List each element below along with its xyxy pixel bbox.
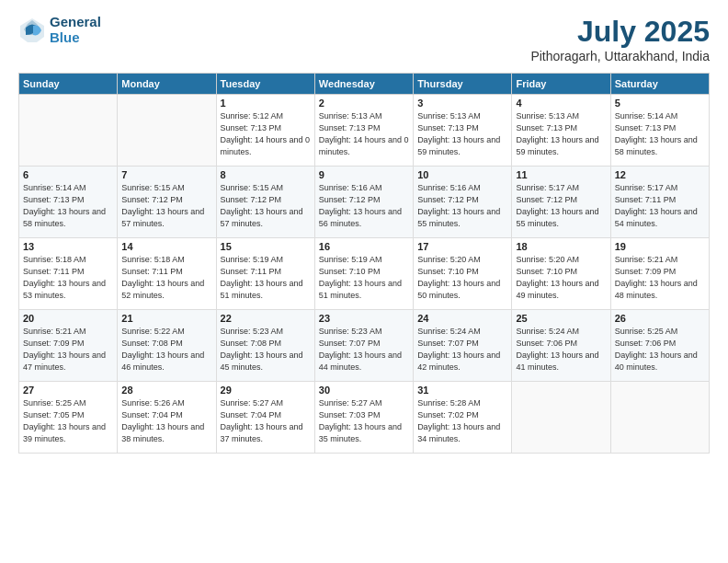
day-detail: Sunrise: 5:12 AMSunset: 7:13 PMDaylight:… [221, 110, 311, 158]
weekday-header-sunday: Sunday [19, 74, 118, 95]
day-detail: Sunrise: 5:24 AMSunset: 7:06 PMDaylight:… [516, 326, 606, 373]
calendar-cell: 3Sunrise: 5:13 AMSunset: 7:13 PMDaylight… [414, 95, 512, 167]
day-number: 11 [516, 169, 606, 180]
location-subtitle: Pithoragarh, Uttarakhand, India [530, 49, 710, 63]
calendar-cell: 28Sunrise: 5:26 AMSunset: 7:04 PMDayligh… [118, 382, 216, 454]
day-number: 26 [615, 313, 705, 324]
month-title: July 2025 [530, 15, 710, 49]
day-number: 19 [615, 241, 705, 252]
calendar-cell: 4Sunrise: 5:13 AMSunset: 7:13 PMDaylight… [512, 95, 610, 167]
day-detail: Sunrise: 5:27 AMSunset: 7:03 PMDaylight:… [319, 397, 409, 445]
day-detail: Sunrise: 5:23 AMSunset: 7:08 PMDaylight:… [221, 326, 311, 373]
day-number: 20 [23, 313, 113, 324]
day-detail: Sunrise: 5:28 AMSunset: 7:02 PMDaylight:… [417, 397, 507, 445]
weekday-header-saturday: Saturday [610, 74, 709, 95]
calendar-cell: 21Sunrise: 5:22 AMSunset: 7:08 PMDayligh… [118, 310, 216, 382]
calendar-cell: 19Sunrise: 5:21 AMSunset: 7:09 PMDayligh… [610, 238, 709, 310]
day-number: 18 [516, 241, 606, 252]
calendar-cell: 1Sunrise: 5:12 AMSunset: 7:13 PMDaylight… [216, 95, 314, 167]
day-detail: Sunrise: 5:25 AMSunset: 7:06 PMDaylight:… [615, 326, 705, 373]
calendar-cell: 13Sunrise: 5:18 AMSunset: 7:11 PMDayligh… [19, 238, 118, 310]
day-detail: Sunrise: 5:25 AMSunset: 7:05 PMDaylight:… [23, 397, 113, 445]
day-detail: Sunrise: 5:27 AMSunset: 7:04 PMDaylight:… [221, 397, 311, 445]
day-number: 13 [23, 241, 113, 252]
day-number: 24 [417, 313, 507, 324]
weekday-header-friday: Friday [512, 74, 610, 95]
page: General Blue July 2025 Pithoragarh, Utta… [0, 0, 728, 563]
day-number: 22 [221, 313, 311, 324]
calendar-cell: 10Sunrise: 5:16 AMSunset: 7:12 PMDayligh… [414, 167, 512, 238]
day-number: 12 [615, 169, 705, 180]
calendar-cell: 9Sunrise: 5:16 AMSunset: 7:12 PMDaylight… [314, 167, 413, 238]
calendar-cell: 20Sunrise: 5:21 AMSunset: 7:09 PMDayligh… [19, 310, 118, 382]
weekday-header-wednesday: Wednesday [314, 74, 413, 95]
calendar-cell: 25Sunrise: 5:24 AMSunset: 7:06 PMDayligh… [512, 310, 610, 382]
day-detail: Sunrise: 5:19 AMSunset: 7:11 PMDaylight:… [221, 254, 311, 302]
logo-text: General Blue [50, 15, 101, 45]
calendar-cell [118, 95, 216, 167]
weekday-header-tuesday: Tuesday [216, 74, 314, 95]
weekday-header-monday: Monday [118, 74, 216, 95]
logo: General Blue [18, 15, 101, 45]
day-number: 25 [516, 313, 606, 324]
calendar-cell: 2Sunrise: 5:13 AMSunset: 7:13 PMDaylight… [314, 95, 413, 167]
day-number: 2 [319, 98, 409, 109]
calendar-cell: 12Sunrise: 5:17 AMSunset: 7:11 PMDayligh… [610, 167, 709, 238]
day-number: 17 [417, 241, 507, 252]
week-row-3: 13Sunrise: 5:18 AMSunset: 7:11 PMDayligh… [19, 238, 710, 310]
day-number: 7 [121, 169, 211, 180]
day-detail: Sunrise: 5:13 AMSunset: 7:13 PMDaylight:… [319, 110, 409, 158]
calendar-cell: 14Sunrise: 5:18 AMSunset: 7:11 PMDayligh… [118, 238, 216, 310]
day-detail: Sunrise: 5:14 AMSunset: 7:13 PMDaylight:… [23, 182, 113, 230]
calendar-cell: 8Sunrise: 5:15 AMSunset: 7:12 PMDaylight… [216, 167, 314, 238]
day-number: 14 [121, 241, 211, 252]
calendar-cell [512, 382, 610, 454]
day-number: 27 [23, 385, 113, 396]
day-detail: Sunrise: 5:18 AMSunset: 7:11 PMDaylight:… [23, 254, 113, 302]
calendar-cell: 18Sunrise: 5:20 AMSunset: 7:10 PMDayligh… [512, 238, 610, 310]
day-detail: Sunrise: 5:15 AMSunset: 7:12 PMDaylight:… [221, 182, 311, 230]
calendar-cell: 26Sunrise: 5:25 AMSunset: 7:06 PMDayligh… [610, 310, 709, 382]
calendar-cell [19, 95, 118, 167]
calendar-cell: 31Sunrise: 5:28 AMSunset: 7:02 PMDayligh… [414, 382, 512, 454]
day-number: 9 [319, 169, 409, 180]
day-number: 21 [121, 313, 211, 324]
day-detail: Sunrise: 5:21 AMSunset: 7:09 PMDaylight:… [23, 326, 113, 373]
calendar-cell: 27Sunrise: 5:25 AMSunset: 7:05 PMDayligh… [19, 382, 118, 454]
day-number: 4 [516, 98, 606, 109]
calendar-cell: 5Sunrise: 5:14 AMSunset: 7:13 PMDaylight… [610, 95, 709, 167]
day-number: 31 [417, 385, 507, 396]
day-number: 8 [221, 169, 311, 180]
day-detail: Sunrise: 5:17 AMSunset: 7:11 PMDaylight:… [615, 182, 705, 230]
day-number: 29 [221, 385, 311, 396]
day-detail: Sunrise: 5:13 AMSunset: 7:13 PMDaylight:… [417, 110, 507, 158]
week-row-1: 1Sunrise: 5:12 AMSunset: 7:13 PMDaylight… [19, 95, 710, 167]
day-detail: Sunrise: 5:19 AMSunset: 7:10 PMDaylight:… [319, 254, 409, 302]
day-detail: Sunrise: 5:23 AMSunset: 7:07 PMDaylight:… [319, 326, 409, 373]
day-number: 10 [417, 169, 507, 180]
weekday-header-row: SundayMondayTuesdayWednesdayThursdayFrid… [19, 74, 710, 95]
header: General Blue July 2025 Pithoragarh, Utta… [18, 15, 710, 63]
calendar-cell: 29Sunrise: 5:27 AMSunset: 7:04 PMDayligh… [216, 382, 314, 454]
day-detail: Sunrise: 5:22 AMSunset: 7:08 PMDaylight:… [121, 326, 211, 373]
day-number: 28 [121, 385, 211, 396]
day-detail: Sunrise: 5:26 AMSunset: 7:04 PMDaylight:… [121, 397, 211, 445]
day-number: 15 [221, 241, 311, 252]
day-detail: Sunrise: 5:24 AMSunset: 7:07 PMDaylight:… [417, 326, 507, 373]
day-detail: Sunrise: 5:21 AMSunset: 7:09 PMDaylight:… [615, 254, 705, 302]
day-detail: Sunrise: 5:13 AMSunset: 7:13 PMDaylight:… [516, 110, 606, 158]
day-detail: Sunrise: 5:20 AMSunset: 7:10 PMDaylight:… [417, 254, 507, 302]
day-number: 6 [23, 169, 113, 180]
calendar-cell: 6Sunrise: 5:14 AMSunset: 7:13 PMDaylight… [19, 167, 118, 238]
calendar-cell: 22Sunrise: 5:23 AMSunset: 7:08 PMDayligh… [216, 310, 314, 382]
calendar-cell: 7Sunrise: 5:15 AMSunset: 7:12 PMDaylight… [118, 167, 216, 238]
day-number: 23 [319, 313, 409, 324]
day-number: 30 [319, 385, 409, 396]
day-number: 16 [319, 241, 409, 252]
week-row-4: 20Sunrise: 5:21 AMSunset: 7:09 PMDayligh… [19, 310, 710, 382]
calendar-cell: 23Sunrise: 5:23 AMSunset: 7:07 PMDayligh… [314, 310, 413, 382]
week-row-2: 6Sunrise: 5:14 AMSunset: 7:13 PMDaylight… [19, 167, 710, 238]
calendar-table: SundayMondayTuesdayWednesdayThursdayFrid… [18, 73, 710, 454]
calendar-cell [610, 382, 709, 454]
day-detail: Sunrise: 5:15 AMSunset: 7:12 PMDaylight:… [121, 182, 211, 230]
